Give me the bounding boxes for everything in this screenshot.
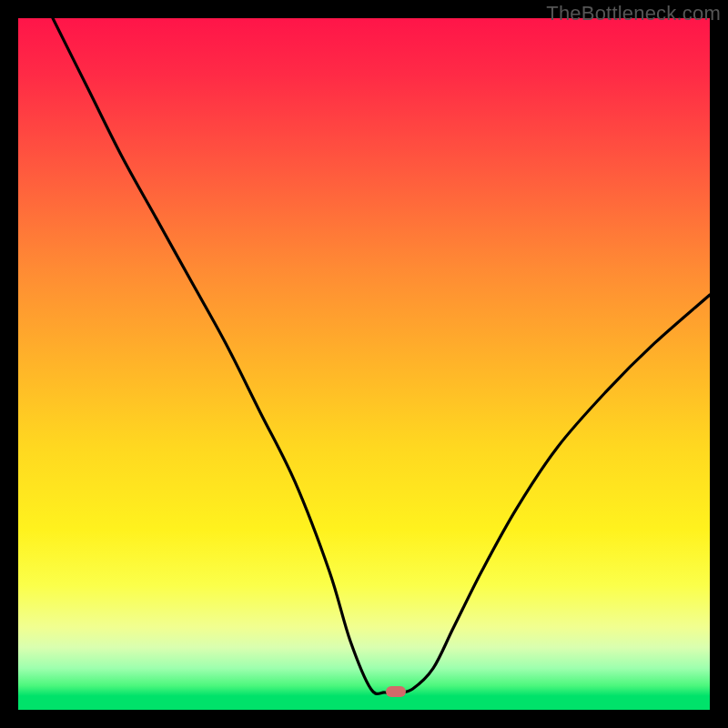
- watermark-text: TheBottleneck.com: [546, 2, 721, 25]
- bottleneck-curve: [18, 18, 710, 710]
- optimum-marker: [386, 686, 406, 697]
- chart-frame: TheBottleneck.com: [0, 0, 728, 728]
- plot-area: [18, 18, 710, 710]
